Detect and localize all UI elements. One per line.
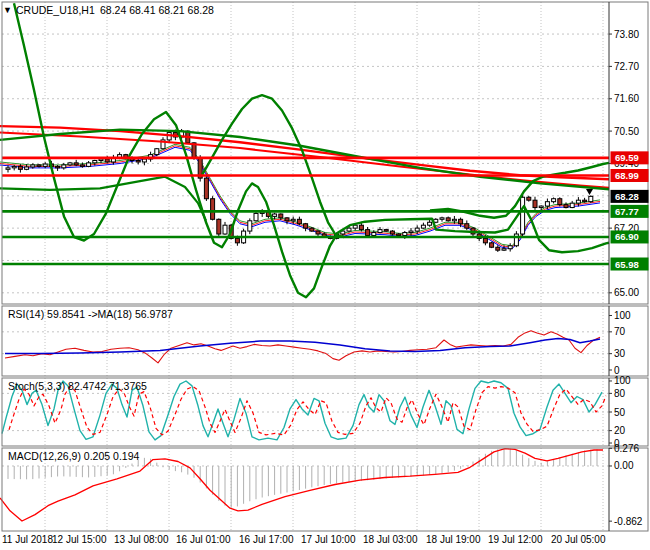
stoch-tick-label: 80 [614,388,626,399]
time-axis-label: 17 Jul 10:00 [301,534,356,545]
time-axis-label: 18 Jul 19:00 [426,534,481,545]
chart-title-ohlc: 68.24 68.41 68.21 68.28 [100,4,214,16]
macd-panel-label: MACD(12,26,9) 0.205 0.194 [8,450,139,462]
rsi-tick-label: 70 [614,326,626,337]
time-axis-label: 19 Jul 12:00 [488,534,543,545]
trading-chart-window: 73.8072.7071.6070.5069.4067.2065.0010070… [0,0,650,550]
macd-tick-label: 0.276 [614,443,639,454]
price-tick-label: 73.80 [614,29,639,40]
price-badge-label: 68.99 [615,170,639,181]
macd-tick-label: 0.00 [614,460,634,471]
time-axis-label: 18 Jul 03:00 [363,534,418,545]
stoch-tick-label: 50 [614,407,626,418]
main-pane[interactable] [2,2,609,304]
price-badge-label: 67.77 [615,206,639,217]
price-badge-label: 66.90 [615,231,639,242]
stoch-tick-label: 20 [614,425,626,436]
price-tick-label: 70.50 [614,126,639,137]
time-axis-label: 16 Jul 01:00 [176,534,231,545]
stoch-panel-label: Stoch(5,3,3) 82.4742 71.3765 [8,380,147,392]
rsi-tick-label: 30 [614,348,626,359]
chart-canvas[interactable]: 73.8072.7071.6070.5069.4067.2065.0010070… [0,0,650,550]
time-axis-label: 12 Jul 15:00 [52,534,107,545]
stoch-tick-label: 100 [614,375,631,386]
time-axis-label: 11 Jul 2018 [2,534,53,545]
price-tick-label: 65.00 [614,287,639,298]
macd-tick-label: -0.862 [614,516,643,527]
price-tick-label: 71.60 [614,93,639,104]
rsi-panel-label: RSI(14) 59.8541 ->MA(18) 56.9787 [8,308,173,320]
price-badge-label: 69.59 [615,152,639,163]
time-axis-label: 13 Jul 08:00 [114,534,169,545]
time-axis-label: 16 Jul 17:00 [239,534,294,545]
rsi-tick-label: 0 [614,365,620,376]
symbol-marker-icon: ▼ [3,5,12,15]
rsi-tick-label: 100 [614,310,631,321]
price-tick-label: 72.70 [614,61,639,72]
time-axis-label: 20 Jul 05:00 [551,534,606,545]
chart-title-symbol: CRUDE_U18,H1 [16,4,95,16]
price-badge-label: 68.28 [615,191,639,202]
price-badge-label: 65.98 [615,259,639,270]
